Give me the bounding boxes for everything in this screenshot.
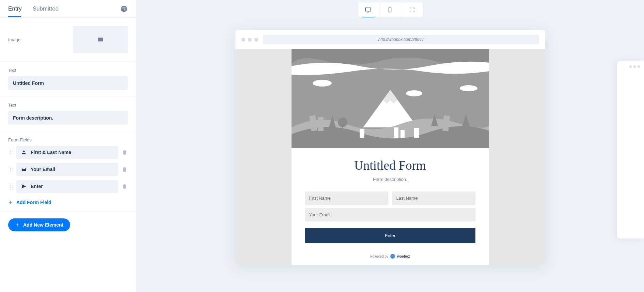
url-bar: http://woobox.com/2tf6vv <box>263 35 539 44</box>
svg-rect-15 <box>318 117 324 131</box>
svg-point-11 <box>460 85 477 91</box>
image-upload[interactable] <box>73 26 128 53</box>
text2-label: Text <box>8 103 128 108</box>
last-name-input[interactable] <box>392 191 475 205</box>
right-panel-edge[interactable] <box>617 61 644 239</box>
submit-button[interactable]: Enter <box>305 228 475 243</box>
drag-handle-icon[interactable] <box>8 185 13 188</box>
mobile-icon <box>387 7 393 13</box>
svg-point-7 <box>390 11 390 12</box>
preview-frame: http://woobox.com/2tf6vv <box>235 30 545 265</box>
svg-point-3 <box>124 9 126 10</box>
image-label: Image <box>8 37 20 42</box>
form-fields-label: Form Fields <box>8 137 128 142</box>
svg-rect-17 <box>394 127 398 138</box>
svg-point-12 <box>338 118 347 127</box>
svg-point-2 <box>124 7 126 9</box>
hero-image <box>292 49 489 148</box>
powered-by: Powered by woobox <box>292 250 489 265</box>
svg-rect-13 <box>342 126 343 130</box>
field-name-label: First & Last Name <box>31 150 71 155</box>
field-email[interactable]: Your Email <box>16 163 118 176</box>
powered-by-prefix: Powered by <box>370 255 388 258</box>
powered-by-brand: woobox <box>397 255 410 258</box>
svg-rect-5 <box>366 8 371 11</box>
form-title: Untitled Form <box>305 158 475 173</box>
user-icon <box>21 150 27 155</box>
drag-handle-icon[interactable] <box>8 168 13 171</box>
svg-rect-19 <box>414 128 419 138</box>
plus-icon <box>15 222 20 227</box>
woobox-logo-icon <box>390 254 395 259</box>
fullscreen-icon <box>409 7 415 13</box>
field-submit[interactable]: Enter <box>16 180 118 193</box>
tab-submitted[interactable]: Submitted <box>33 1 59 17</box>
svg-rect-18 <box>400 130 405 138</box>
text2-value[interactable]: Form description. <box>8 111 128 125</box>
trash-icon[interactable] <box>122 149 128 155</box>
trash-icon[interactable] <box>122 183 128 189</box>
email-input[interactable] <box>305 208 475 221</box>
svg-point-4 <box>99 38 100 39</box>
form-description: Form description. <box>305 177 475 182</box>
plus-icon <box>8 200 13 205</box>
device-desktop[interactable] <box>358 2 379 17</box>
svg-rect-20 <box>360 129 364 138</box>
image-icon <box>97 37 104 42</box>
add-form-field[interactable]: Add Form Field <box>8 197 128 205</box>
svg-point-1 <box>122 7 124 9</box>
drag-handle-icon[interactable] <box>8 151 13 154</box>
envelope-icon <box>21 167 27 172</box>
text1-value[interactable]: Untitled Form <box>8 76 128 90</box>
add-form-field-label: Add Form Field <box>16 200 51 205</box>
send-icon <box>21 184 27 189</box>
svg-point-10 <box>406 90 422 96</box>
svg-point-9 <box>313 80 332 87</box>
svg-point-0 <box>121 5 127 12</box>
add-new-element-button[interactable]: Add New Element <box>8 218 70 231</box>
desktop-icon <box>365 7 371 13</box>
field-submit-label: Enter <box>31 184 43 189</box>
device-fullscreen[interactable] <box>401 2 423 17</box>
trash-icon[interactable] <box>122 166 128 172</box>
add-new-element-label: Add New Element <box>23 222 63 228</box>
tab-entry[interactable]: Entry <box>8 1 22 17</box>
theme-icon[interactable] <box>120 5 128 13</box>
text1-label: Text <box>8 68 128 73</box>
first-name-input[interactable] <box>305 191 388 205</box>
field-email-label: Your Email <box>31 167 55 172</box>
traffic-lights <box>241 38 258 42</box>
field-name[interactable]: First & Last Name <box>16 146 118 159</box>
device-mobile[interactable] <box>379 2 401 17</box>
